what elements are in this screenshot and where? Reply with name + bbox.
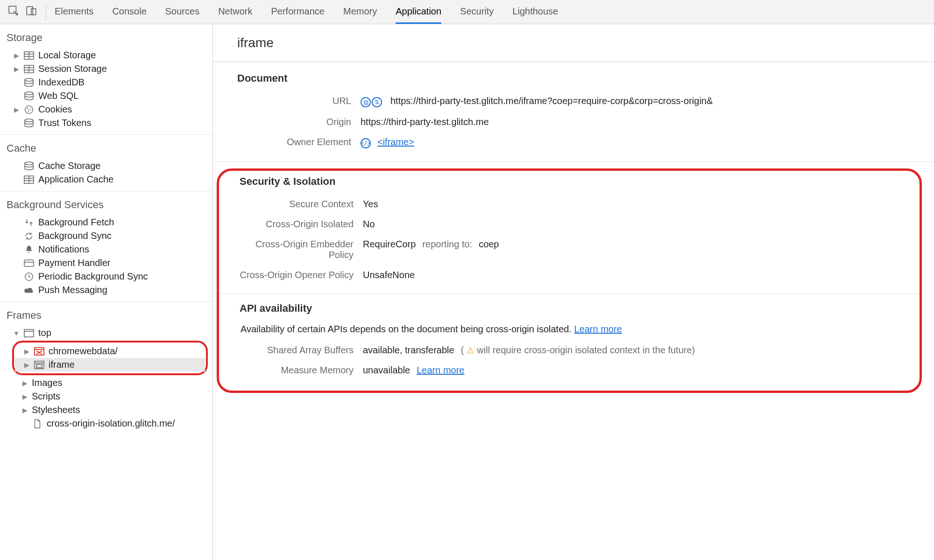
sidebar-item-label: IndexedDB [38, 77, 85, 88]
blocked-frame-icon [34, 347, 45, 356]
tab-elements[interactable]: Elements [55, 0, 93, 24]
tab-network[interactable]: Network [218, 0, 252, 24]
database-icon [23, 91, 35, 101]
tab-memory[interactable]: Memory [343, 0, 377, 24]
toolbar-icons [7, 4, 46, 21]
sidebar-item-label: Cookies [38, 104, 72, 115]
frames-top[interactable]: ▼top [0, 326, 212, 340]
sidebar-payment[interactable]: Payment Handler [0, 256, 212, 270]
sab-value: available, transferable [363, 345, 454, 356]
svg-rect-26 [24, 329, 34, 337]
sidebar-item-label: top [38, 328, 51, 338]
sidebar-item-label: Web SQL [38, 91, 78, 101]
table-icon [23, 51, 35, 60]
code-icon[interactable]: </> [361, 138, 371, 148]
learn-more-link[interactable]: Learn more [574, 324, 622, 334]
sidebar-bg-sync[interactable]: Background Sync [0, 229, 212, 243]
sidebar-item-label: Application Cache [38, 174, 113, 185]
owner-label: Owner Element [237, 137, 361, 147]
fetch-icon [23, 218, 35, 227]
sidebar-item-label: Trust Tokens [38, 118, 91, 128]
mm-learn-more[interactable]: Learn more [417, 365, 464, 376]
inspect-icon[interactable] [7, 5, 20, 19]
section-bg: Background Services [0, 195, 212, 216]
tab-console[interactable]: Console [112, 0, 146, 24]
section-storage: Storage [0, 28, 212, 49]
sidebar-item-label: Session Storage [38, 63, 107, 74]
table-icon [23, 175, 35, 184]
bell-icon [23, 245, 35, 254]
frames-iframe[interactable]: ▶iframe [15, 358, 205, 371]
reveal-network-icon[interactable]: ⇅ [372, 97, 382, 107]
sidebar-item-label: Stylesheets [32, 405, 80, 415]
warning-icon: ( [461, 345, 464, 356]
sidebar-item-label: Background Sync [38, 231, 112, 241]
svg-point-14 [27, 108, 28, 109]
sidebar-session-storage[interactable]: ▶Session Storage [0, 62, 212, 76]
annotation-frames: ▶chromewebdata/ ▶iframe [12, 341, 208, 375]
sidebar-local-storage[interactable]: ▶Local Storage [0, 49, 212, 62]
sidebar-item-label: Payment Handler [38, 258, 111, 268]
secure-context-label: Secure Context [240, 199, 363, 210]
sidebar-cookies[interactable]: ▶Cookies [0, 103, 212, 116]
svg-point-16 [28, 110, 29, 112]
document-heading: Document [237, 72, 934, 91]
sidebar-trust-tokens[interactable]: Trust Tokens [0, 116, 212, 130]
sidebar-bg-fetch[interactable]: Background Fetch [0, 216, 212, 229]
svg-point-11 [25, 78, 33, 81]
coep-label: Cross-Origin Embedder Policy [240, 239, 363, 260]
devtools-toolbar: Elements Console Sources Network Perform… [0, 0, 934, 24]
card-icon [23, 259, 35, 268]
sidebar-item-label: Background Fetch [38, 217, 114, 228]
coep-value: RequireCorp [363, 239, 416, 250]
coi-value: No [363, 219, 375, 230]
sidebar-notifications[interactable]: Notifications [0, 243, 212, 256]
owner-link[interactable]: <iframe> [377, 137, 414, 147]
svg-point-13 [25, 105, 33, 113]
sidebar-cache-storage[interactable]: Cache Storage [0, 159, 212, 173]
frames-doc[interactable]: cross-origin-isolation.glitch.me/ [0, 417, 212, 430]
sidebar-item-label: Scripts [32, 391, 60, 402]
frames-images[interactable]: ▶Images [0, 376, 212, 390]
frame-details-pane: iframe Document URL ▤ ⇅ https://third-pa… [213, 24, 934, 560]
window-icon [23, 329, 35, 338]
reveal-element-icon[interactable]: ▤ [361, 97, 371, 107]
secure-context-value: Yes [363, 199, 378, 210]
sidebar-app-cache[interactable]: Application Cache [0, 173, 212, 186]
url-value: https://third-party-test.glitch.me/ifram… [390, 96, 713, 106]
frame-name-heading: iframe [213, 24, 934, 62]
database-icon [23, 78, 35, 87]
sidebar-item-label: Push Messaging [38, 285, 107, 295]
sidebar-item-label: Periodic Background Sync [38, 271, 148, 282]
sidebar-push[interactable]: Push Messaging [0, 283, 212, 297]
origin-label: Origin [237, 117, 361, 127]
frames-scripts[interactable]: ▶Scripts [0, 390, 212, 403]
security-heading: Security & Isolation [240, 175, 920, 194]
svg-point-17 [25, 119, 33, 122]
tab-lighthouse[interactable]: Lighthouse [512, 0, 558, 24]
cloud-icon [23, 286, 35, 295]
sab-label: Shared Array Buffers [240, 345, 363, 356]
warning-triangle-icon: ⚠ [467, 345, 474, 356]
tab-sources[interactable]: Sources [165, 0, 199, 24]
tab-security[interactable]: Security [460, 0, 494, 24]
sidebar-item-label: Local Storage [38, 50, 96, 61]
sidebar-indexeddb[interactable]: IndexedDB [0, 76, 212, 89]
svg-rect-28 [35, 348, 44, 355]
device-mode-icon[interactable] [25, 5, 37, 19]
coop-label: Cross-Origin Opener Policy [240, 270, 363, 280]
coop-value: UnsafeNone [363, 270, 415, 280]
sidebar-item-label: chromewebdata/ [49, 346, 118, 357]
application-sidebar: Storage ▶Local Storage ▶Session Storage … [0, 24, 213, 560]
document-icon [32, 419, 43, 428]
cookie-icon [23, 105, 35, 114]
frames-stylesheets[interactable]: ▶Stylesheets [0, 403, 212, 417]
tab-application[interactable]: Application [396, 0, 441, 24]
coi-label: Cross-Origin Isolated [240, 219, 363, 230]
sidebar-websql[interactable]: Web SQL [0, 89, 212, 103]
sidebar-periodic-sync[interactable]: Periodic Background Sync [0, 270, 212, 283]
frames-chromewebdata[interactable]: ▶chromewebdata/ [15, 344, 205, 358]
tab-performance[interactable]: Performance [271, 0, 325, 24]
svg-rect-23 [24, 260, 34, 266]
coep-reporting-label: reporting to: [422, 239, 472, 250]
